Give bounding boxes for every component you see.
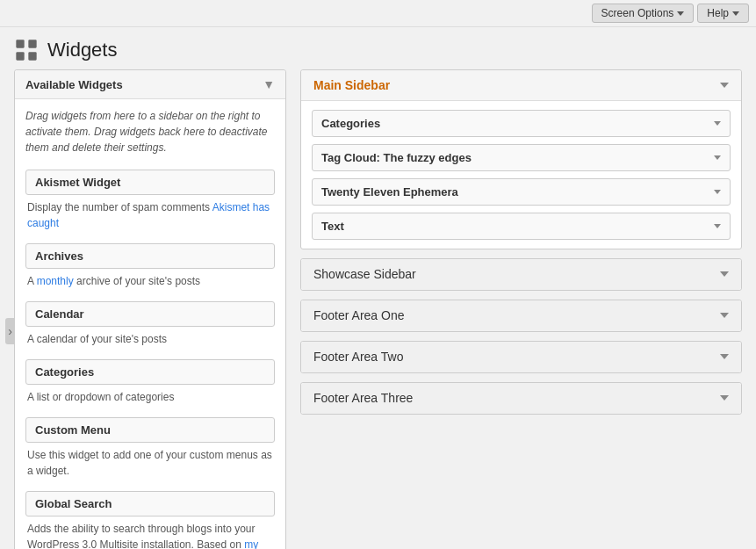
screen-options-button[interactable]: Screen Options	[592, 4, 695, 23]
available-widgets-box: Available Widgets ▼ Drag widgets from he…	[14, 69, 286, 549]
global-search-my-link[interactable]: my	[244, 538, 258, 549]
sidebar-widget-categories[interactable]: Categories	[312, 110, 731, 137]
available-widgets-header: Available Widgets ▼	[15, 70, 285, 99]
svg-rect-2	[16, 52, 24, 60]
help-label: Help	[707, 7, 729, 19]
widget-archives-description: A monthly archive of your site's posts	[25, 273, 275, 289]
widget-akismet-title[interactable]: Akismet Widget	[25, 170, 275, 195]
widgets-svg	[14, 38, 39, 62]
svg-rect-0	[16, 40, 24, 47]
widget-list: Akismet Widget Display the number of spa…	[15, 163, 285, 549]
main-sidebar-box: Main Sidebar Categories Tag Cloud: The f…	[300, 69, 742, 249]
footer-one-chevron-icon	[720, 313, 729, 318]
widget-custom-menu: Custom Menu Use this widget to add one o…	[25, 417, 275, 479]
widgets-icon	[14, 38, 39, 62]
footer-two-title: Footer Area Two	[313, 350, 403, 364]
page-header: Widgets	[0, 27, 756, 69]
footer-two-chevron-icon	[720, 354, 729, 359]
main-sidebar-widgets: Categories Tag Cloud: The fuzzy edges Tw…	[301, 101, 741, 249]
widget-akismet: Akismet Widget Display the number of spa…	[25, 170, 275, 231]
sidebar-widget-categories-name: Categories	[321, 117, 380, 130]
widget-categories-title[interactable]: Categories	[25, 359, 275, 385]
available-widgets-title: Available Widgets	[25, 78, 123, 91]
scroll-indicator	[5, 318, 14, 344]
widget-akismet-description: Display the number of spam comments Akis…	[25, 199, 275, 231]
svg-rect-1	[28, 40, 36, 47]
screen-options-label: Screen Options	[601, 7, 674, 19]
sidebar-widget-tag-cloud-chevron-icon	[714, 155, 721, 160]
showcase-sidebar-box: Showcase Sidebar	[300, 258, 742, 291]
widget-global-search-title[interactable]: Global Search	[25, 491, 275, 516]
sidebar-widget-text-name: Text	[321, 220, 344, 233]
footer-three-title: Footer Area Three	[313, 391, 413, 405]
main-sidebar-title: Main Sidebar	[313, 78, 390, 92]
screen-options-arrow-icon	[677, 11, 684, 16]
footer-two-box: Footer Area Two	[300, 341, 742, 373]
main-sidebar-chevron-icon	[720, 83, 729, 88]
widget-archives-title[interactable]: Archives	[25, 243, 275, 269]
widget-calendar-title[interactable]: Calendar	[25, 301, 275, 327]
help-arrow-icon	[732, 11, 739, 16]
main-layout: Available Widgets ▼ Drag widgets from he…	[0, 69, 756, 549]
sidebar-widget-tag-cloud[interactable]: Tag Cloud: The fuzzy edges	[312, 144, 731, 171]
widget-global-search-description: Adds the ability to search through blogs…	[25, 521, 275, 549]
available-widgets-panel: Available Widgets ▼ Drag widgets from he…	[14, 69, 286, 549]
svg-rect-3	[28, 52, 36, 60]
sidebar-widget-twenty-eleven[interactable]: Twenty Eleven Ephemera	[312, 178, 731, 206]
widget-calendar-description: A calendar of your site's posts	[25, 331, 275, 347]
sidebar-widget-tag-cloud-name: Tag Cloud: The fuzzy edges	[321, 151, 472, 164]
widget-custom-menu-title[interactable]: Custom Menu	[25, 417, 275, 443]
widget-calendar: Calendar A calendar of your site's posts	[25, 301, 275, 347]
widget-global-search: Global Search Adds the ability to search…	[25, 491, 275, 549]
widget-archives: Archives A monthly archive of your site'…	[25, 243, 275, 289]
sidebar-widget-categories-chevron-icon	[714, 121, 721, 126]
showcase-sidebar-title: Showcase Sidebar	[313, 267, 416, 281]
widget-custom-menu-description: Use this widget to add one of your custo…	[25, 447, 275, 479]
top-bar: Screen Options Help	[0, 0, 756, 27]
main-sidebar-header[interactable]: Main Sidebar	[301, 70, 741, 101]
footer-three-chevron-icon	[720, 395, 729, 401]
widget-categories: Categories A list or dropdown of categor…	[25, 359, 275, 405]
footer-two-header[interactable]: Footer Area Two	[301, 342, 741, 372]
showcase-sidebar-header[interactable]: Showcase Sidebar	[301, 259, 741, 290]
help-button[interactable]: Help	[697, 4, 749, 23]
footer-three-header[interactable]: Footer Area Three	[301, 383, 741, 414]
footer-three-box: Footer Area Three	[300, 382, 742, 415]
available-widgets-description: Drag widgets from here to a sidebar on t…	[15, 99, 285, 163]
sidebar-widget-twenty-eleven-name: Twenty Eleven Ephemera	[321, 185, 458, 199]
available-widgets-arrow-icon: ▼	[263, 77, 275, 91]
sidebar-widget-text-chevron-icon	[714, 224, 721, 228]
footer-one-title: Footer Area One	[313, 308, 405, 322]
showcase-sidebar-chevron-icon	[720, 271, 729, 277]
page-title: Widgets	[47, 39, 117, 61]
akismet-link[interactable]: Akismet has caught	[27, 201, 270, 229]
widget-categories-description: A list or dropdown of categories	[25, 389, 275, 405]
archives-monthly-link[interactable]: monthly	[37, 275, 74, 287]
sidebar-widget-text[interactable]: Text	[312, 213, 731, 240]
footer-one-box: Footer Area One	[300, 300, 742, 332]
footer-one-header[interactable]: Footer Area One	[301, 300, 741, 331]
sidebar-widget-twenty-eleven-chevron-icon	[714, 190, 721, 194]
right-panel: Main Sidebar Categories Tag Cloud: The f…	[300, 69, 742, 549]
